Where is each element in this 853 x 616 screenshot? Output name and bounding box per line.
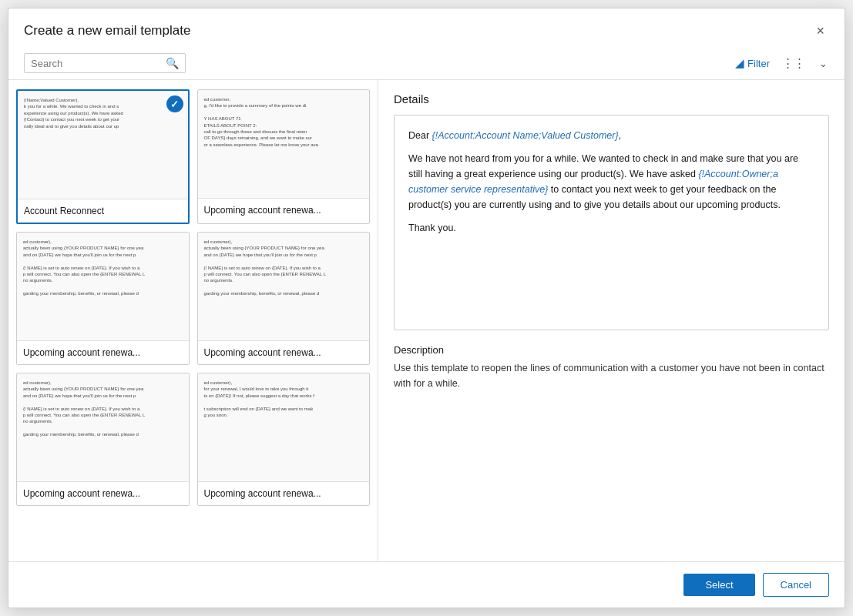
templates-grid: ✓ {!Name;Valued Customer}, k you for a w… [16,89,370,506]
preview-text: ed customer), for your renewal, I would … [204,380,364,418]
selected-checkmark: ✓ [166,95,183,112]
search-icon: 🔍 [166,57,179,69]
cancel-button[interactable]: Cancel [763,573,829,597]
dialog-footer: Select Cancel [8,561,845,608]
email-body-paragraph1: We have not heard from you for a while. … [408,151,814,213]
search-box: 🔍 [24,53,186,73]
merge-field-account-name: {!Account:Account Name;Valued Customer} [432,130,619,141]
description-text: Use this template to reopen the lines of… [394,360,829,391]
template-card-account-reconnect[interactable]: ✓ {!Name;Valued Customer}, k you for a w… [16,89,190,224]
template-name: Upcoming account renewa... [17,340,189,364]
dialog-header: Create a new email template × [8,8,845,47]
filter-button[interactable]: ◢ Filter [735,56,770,70]
content-area: ✓ {!Name;Valued Customer}, k you for a w… [8,80,845,561]
template-preview: ed customer, g, I'd like to provide a su… [198,90,370,198]
email-salutation: Dear {!Account:Account Name;Valued Custo… [408,128,814,143]
select-button[interactable]: Select [683,574,754,596]
preview-text: ed customer), actually been using {YOUR … [23,380,183,438]
template-preview: ed customer), actually been using {YOUR … [198,233,370,340]
toolbar-right: ◢ Filter ⋮⋮ ⌄ [735,55,829,72]
grid-view-button[interactable]: ⋮⋮ [779,55,808,72]
template-name: Upcoming account renewa... [198,481,370,505]
merge-field-owner: {!Account:Owner;a customer service repre… [408,169,778,195]
toolbar: 🔍 ◢ Filter ⋮⋮ ⌄ [8,47,845,80]
search-input[interactable] [31,58,163,69]
template-name: Upcoming account renewa... [198,198,370,222]
template-name: Upcoming account renewa... [17,481,189,505]
create-template-dialog: Create a new email template × 🔍 ◢ Filter… [8,8,845,608]
template-preview: ✓ {!Name;Valued Customer}, k you for a w… [18,91,188,199]
details-title: Details [394,92,829,105]
description-section: Description Use this template to reopen … [394,344,829,391]
details-panel: Details Dear {!Account:Account Name;Valu… [378,80,845,561]
template-name: Upcoming account renewa... [198,340,370,364]
email-body-thankyou: Thank you. [408,220,814,236]
template-card-upcoming-4[interactable]: ed customer), actually been using {YOUR … [16,373,190,506]
dialog-title: Create a new email template [24,23,190,38]
filter-label: Filter [747,58,770,69]
templates-panel: ✓ {!Name;Valued Customer}, k you for a w… [8,80,378,561]
description-label: Description [394,344,829,356]
template-preview: ed customer), actually been using {YOUR … [17,233,189,340]
template-card-upcoming-5[interactable]: ed customer), for your renewal, I would … [197,373,371,506]
email-preview-box: Dear {!Account:Account Name;Valued Custo… [394,115,829,330]
template-preview: ed customer), actually been using {YOUR … [17,373,189,481]
filter-icon: ◢ [735,56,744,70]
close-button[interactable]: × [811,22,829,39]
template-card-upcoming-2[interactable]: ed customer), actually been using {YOUR … [16,232,190,365]
preview-text: ed customer), actually been using {YOUR … [23,239,183,297]
template-card-upcoming-3[interactable]: ed customer), actually been using {YOUR … [197,232,371,365]
chevron-down-button[interactable]: ⌄ [818,56,829,71]
preview-text: ed customer), actually been using {YOUR … [204,239,364,297]
preview-text: ed customer, g, I'd like to provide a su… [204,96,364,148]
template-card-upcoming-1[interactable]: ed customer, g, I'd like to provide a su… [197,89,371,224]
template-preview: ed customer), for your renewal, I would … [198,373,370,481]
template-name: Account Reconnect [18,199,188,223]
preview-text: {!Name;Valued Customer}, k you for a whi… [24,97,182,129]
